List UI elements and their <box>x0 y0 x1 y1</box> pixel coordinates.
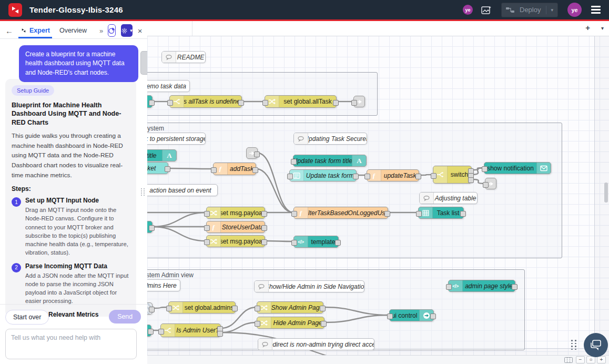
comment-readme[interactable]: README <box>161 51 206 63</box>
input-port[interactable] <box>483 182 489 188</box>
flow-list-caret-icon[interactable]: ▾ <box>601 25 604 31</box>
input-port[interactable] <box>255 306 260 311</box>
flow-canvas[interactable]: Task systemTask system Admin viewREADMED… <box>147 21 609 364</box>
output-port[interactable] <box>149 225 155 231</box>
input-port[interactable] <box>291 211 297 217</box>
input-port[interactable] <box>431 173 437 179</box>
zoom-out-button[interactable]: − <box>576 356 585 363</box>
function-addtask[interactable]: ƒaddTask <box>213 163 256 175</box>
zoom-reset-button[interactable]: ○ <box>586 356 595 363</box>
change-hide-admin-page[interactable]: Hide Admin Page <box>257 317 324 329</box>
output-port[interactable] <box>321 321 327 327</box>
function-filtertask[interactable]: ƒfilterTaskBasedOnLoggedUser <box>293 207 388 219</box>
input-port[interactable] <box>204 225 210 231</box>
ui-add-ticket[interactable]: Add ticket <box>147 162 168 174</box>
comment-redirect-non-admin[interactable]: Redirect is non-admin trying direct acce… <box>258 338 374 350</box>
comment-add-admins-here[interactable]: Add Admins Here <box>147 279 180 291</box>
link-out-1[interactable] <box>353 96 365 107</box>
output-port[interactable] <box>384 211 390 217</box>
input-port[interactable] <box>291 159 297 165</box>
output-port[interactable] <box>238 100 244 106</box>
input-port[interactable] <box>291 240 297 246</box>
output-port[interactable] <box>261 211 267 217</box>
output-port[interactable] <box>468 177 474 183</box>
more-tabs-icon[interactable]: » <box>99 27 103 35</box>
ui-admin-page-style[interactable]: </>admin page style <box>448 280 515 292</box>
ui-update-task-form-title[interactable]: Update task form titleA <box>293 155 367 167</box>
output-port[interactable] <box>460 211 466 217</box>
tab-expert[interactable]: Expert <box>18 23 52 38</box>
ai-image-icon[interactable] <box>481 5 492 15</box>
settings-button[interactable]: ▾ <box>121 24 133 37</box>
output-port[interactable] <box>232 306 238 311</box>
input-port[interactable] <box>287 174 293 179</box>
function-updatetask[interactable]: ƒupdateTask <box>367 169 419 181</box>
input-port[interactable] <box>446 284 452 290</box>
deploy-button[interactable]: Deploy ▾ <box>501 3 558 17</box>
change-set-msg-payload-1[interactable]: set msg.payload <box>206 207 265 219</box>
zoom-in-button[interactable]: + <box>597 356 606 363</box>
output-port[interactable] <box>148 329 154 335</box>
minimap-icon[interactable] <box>564 357 573 363</box>
ui-template[interactable]: </>template <box>293 236 339 248</box>
input-port[interactable] <box>262 100 268 106</box>
close-icon[interactable]: × <box>138 26 145 35</box>
change-set-global-admins[interactable]: set global.admins <box>168 301 236 314</box>
output-port[interactable] <box>254 151 260 157</box>
stub-teal-3[interactable] <box>147 325 151 337</box>
output-port[interactable] <box>512 284 517 290</box>
input-port[interactable] <box>482 166 488 172</box>
switch-switch[interactable]: switch <box>433 166 472 184</box>
output-port[interactable] <box>217 331 223 337</box>
output-port[interactable] <box>261 239 267 245</box>
input-port[interactable] <box>204 239 210 245</box>
ui-control[interactable]: ui control <box>389 309 434 321</box>
flowfuse-logo-icon[interactable] <box>8 3 22 17</box>
comment-demo-task-data[interactable]: Demo task data <box>147 80 190 92</box>
output-port[interactable] <box>333 100 339 106</box>
output-port[interactable] <box>430 314 436 319</box>
output-port[interactable] <box>165 166 170 172</box>
output-port[interactable] <box>353 174 359 179</box>
send-button[interactable]: Send <box>109 310 141 323</box>
canvas-vertical-scrollbar[interactable] <box>604 183 608 203</box>
change-set-msg-payload-2[interactable]: set msg.payload <box>206 235 265 247</box>
input-port[interactable] <box>387 314 393 319</box>
output-port[interactable] <box>149 307 155 312</box>
sidebar-resize-handle[interactable] <box>141 188 145 196</box>
ui-task-list[interactable]: Task list <box>418 207 464 219</box>
avatar-large[interactable]: ye <box>567 3 582 17</box>
ui-show-notification[interactable]: show notification <box>484 162 551 174</box>
switch-is-admin-user[interactable]: Is Admin User? <box>160 323 221 337</box>
input-port[interactable] <box>166 306 172 311</box>
function-storeuserdata[interactable]: ƒStoreUserData <box>206 221 265 233</box>
output-port[interactable] <box>149 100 155 106</box>
input-port[interactable] <box>416 211 422 217</box>
add-flow-button[interactable]: + <box>585 23 590 32</box>
assistant-drag-dots[interactable] <box>571 340 577 350</box>
comment-save-task-storage[interactable]: Save task to persistent storage <box>147 133 206 145</box>
comment-updating-task-securely[interactable]: Updating Task Securely <box>293 133 367 145</box>
output-port[interactable] <box>252 167 258 173</box>
avatar-small[interactable]: ye <box>463 5 473 15</box>
comment-show-hide-admin[interactable]: Show/Hide Admin in Side Navigation <box>254 280 364 292</box>
ui-add-task-form-title[interactable]: Add task form titleA <box>147 149 177 161</box>
input-port[interactable] <box>204 211 210 217</box>
hamburger-menu-icon[interactable] <box>591 6 601 14</box>
input-port[interactable] <box>364 174 370 179</box>
back-arrow-icon[interactable]: ← <box>5 26 13 35</box>
stub-teal-1[interactable] <box>147 95 153 108</box>
change-set-global-alltask[interactable]: set global.allTask <box>265 95 337 108</box>
stub-teal-2[interactable] <box>147 221 153 233</box>
assistant-input[interactable] <box>5 329 137 359</box>
comment-adjusting-table[interactable]: Adjusting table <box>419 192 478 204</box>
palette-handle[interactable] <box>140 51 147 75</box>
change-show-admin-page[interactable]: Show Admin Page <box>257 301 323 314</box>
start-over-button[interactable]: Start over <box>5 310 49 325</box>
input-port[interactable] <box>211 167 217 173</box>
chat-fab-button[interactable] <box>584 333 608 357</box>
output-port[interactable] <box>320 306 326 311</box>
input-port[interactable] <box>167 100 173 106</box>
input-port[interactable] <box>351 100 357 106</box>
ui-update-task-form[interactable]: Update task form <box>289 169 357 181</box>
